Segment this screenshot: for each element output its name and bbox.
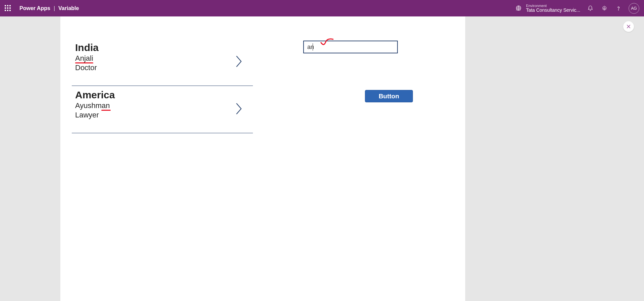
top-right-cluster: Environment Tata Consultancy Servic... A… [515, 3, 639, 14]
spellcheck-underline [75, 62, 93, 63]
app-name: Variable [58, 5, 79, 11]
environment-label: Environment [526, 4, 580, 8]
button-label: Button [379, 93, 399, 100]
gallery-item[interactable]: India Anjali Doctor [72, 39, 253, 86]
brand-block: Power Apps | Variable [19, 5, 79, 11]
action-button[interactable]: Button [365, 90, 413, 102]
app-launcher-icon[interactable] [5, 5, 11, 12]
item-title: India [75, 42, 250, 53]
item-title: America [75, 89, 250, 101]
notifications-icon[interactable] [586, 4, 594, 12]
environment-name: Tata Consultancy Servic... [526, 8, 580, 13]
top-bar: Power Apps | Variable Environment Tata C… [0, 0, 644, 16]
text-input[interactable] [303, 41, 398, 53]
spellcheck-underline [101, 110, 111, 111]
help-icon[interactable] [614, 4, 623, 12]
item-name: Anjali [75, 54, 93, 63]
chevron-right-icon[interactable] [234, 102, 243, 117]
gallery-item[interactable]: America Ayushman Lawyer [72, 86, 253, 133]
item-name: Ayushman [75, 101, 110, 110]
close-preview-button[interactable] [623, 21, 634, 32]
environment-picker[interactable]: Environment Tata Consultancy Servic... [515, 4, 580, 13]
gallery: India Anjali Doctor America Ayushman [72, 39, 253, 133]
svg-point-1 [604, 7, 605, 9]
text-caret [313, 43, 313, 51]
user-avatar[interactable]: AG [629, 3, 639, 14]
chevron-right-icon[interactable] [234, 55, 243, 69]
item-role: Lawyer [75, 111, 250, 119]
stage-outer: India Anjali Doctor America Ayushman [0, 16, 644, 301]
environment-icon [515, 4, 523, 12]
app-canvas: India Anjali Doctor America Ayushman [60, 16, 465, 301]
brand-name[interactable]: Power Apps [19, 5, 50, 11]
item-role: Doctor [75, 63, 250, 72]
brand-separator: | [54, 5, 55, 11]
settings-icon[interactable] [600, 4, 608, 12]
avatar-initials: AG [631, 6, 637, 11]
svg-point-2 [618, 9, 619, 10]
